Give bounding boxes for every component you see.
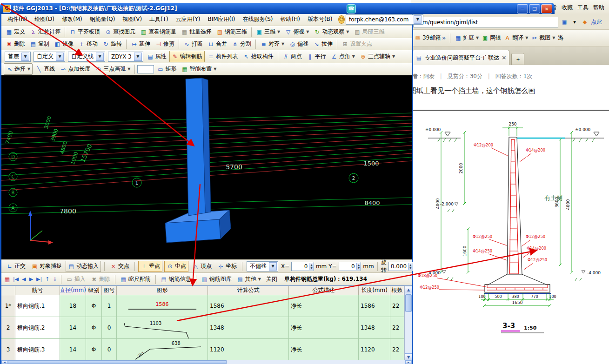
close-panel-button[interactable]: 关闭 [264, 274, 279, 285]
shape-cell[interactable]: 638 281 [117, 339, 208, 361]
length-cell[interactable]: 1586 [359, 295, 390, 317]
diameter-cell[interactable]: 14 [60, 317, 86, 339]
spinner-arrows-icon[interactable]: ▲▼ [309, 263, 314, 270]
element-type-selector[interactable]: 自定义线▼ [68, 52, 105, 62]
snap-vertex-toggle[interactable]: △顶点 [190, 261, 214, 271]
snap-coordinate-toggle[interactable]: ⊹坐标 [215, 261, 239, 271]
formula-desc-cell[interactable]: 净长 [289, 317, 359, 339]
partial-3d-button[interactable]: ▨局部三维 [352, 26, 386, 37]
scroll-up-icon[interactable]: ▲ [405, 286, 412, 293]
table-horizontal-scrollbar[interactable]: ◀ ▶ [1, 360, 412, 364]
scroll-right-icon[interactable]: ▶ [405, 360, 412, 364]
length-cell[interactable]: 1120 [359, 339, 390, 361]
point-length-button[interactable]: ⊸点加长度 [58, 64, 92, 74]
delete-button[interactable]: ✖删除 [4, 39, 27, 49]
bookmark-mail[interactable]: ✉ 39邮箱 » [414, 34, 446, 42]
scale-rebar-button[interactable]: ▦缩尺配筋 [118, 274, 153, 285]
first-row-button[interactable]: |◀ [12, 276, 20, 282]
move-button[interactable]: +移动 [76, 39, 100, 49]
formula-desc-cell[interactable]: 净长 [289, 339, 359, 361]
move-down-button[interactable]: ↓ [52, 276, 58, 282]
trim-button[interactable]: ⊣修剪 [153, 39, 176, 49]
menu-tools[interactable]: 工具(T) [146, 14, 172, 25]
figure-no-cell[interactable]: 0 [102, 317, 117, 339]
floor-selector[interactable]: 首层▼ [5, 52, 31, 62]
category-selector[interactable]: 自定义▼ [33, 52, 65, 62]
minimize-button[interactable]: ─ [517, 4, 528, 13]
insert-row-button[interactable]: ▭插入 [64, 274, 87, 285]
level-cell[interactable]: Φ [86, 295, 102, 317]
col-length[interactable]: 长度(mm) [359, 286, 390, 295]
capture-icon[interactable]: ▣ [560, 18, 569, 26]
scrollbar-track[interactable] [227, 360, 405, 364]
ortho-toggle[interactable]: ∟正交 [4, 261, 27, 271]
formula-desc-cell[interactable]: 净长 [289, 295, 359, 317]
align-slab-top-button[interactable]: ⊓平齐板顶 [67, 26, 102, 37]
menu-online-service[interactable]: 在线服务(S) [240, 14, 276, 25]
shape-cell[interactable]: 1586 [117, 295, 208, 317]
bookmark-bank[interactable]: ▣ 网银 [482, 34, 501, 42]
summary-calc-button[interactable]: Σ汇总计算 [28, 26, 62, 37]
new-tab-button[interactable]: ＋ [511, 53, 524, 65]
top-view-button[interactable]: ▽俯视▼ [283, 26, 311, 37]
bookmark-translate[interactable]: A 翻译 ▼ [504, 34, 528, 42]
rebar-name-cell[interactable]: 横向钢筋.3 [15, 339, 60, 361]
table-row[interactable]: 3 横向钢筋.3 14 Φ 0 638 281 1120 净长 1120 22 [1, 339, 412, 361]
col-figure-no[interactable]: 图号 [102, 286, 117, 295]
next-row-button[interactable]: ▶ [28, 276, 34, 282]
level-cell[interactable]: Φ [86, 339, 102, 361]
table-row[interactable]: 1* 横向钢筋.1 18 Φ 1 1586 1586 净长 1586 22 [1, 295, 412, 317]
spinner-arrows-icon[interactable]: ▲▼ [356, 263, 361, 270]
dynamic-input-toggle[interactable]: ▤动态输入 [66, 261, 101, 272]
define-button[interactable]: ▦定义 [4, 26, 27, 37]
row-number[interactable]: 2 [1, 317, 15, 339]
col-shape[interactable]: 图形 [117, 286, 208, 295]
other-button[interactable]: ▧其他▼ [235, 274, 263, 285]
close-button[interactable]: ✕ [541, 4, 552, 13]
bookmark-game[interactable]: 游 [558, 34, 564, 42]
formula-cell[interactable]: 1348 [208, 317, 289, 339]
figure-no-cell[interactable]: 1 [102, 295, 117, 317]
component-list-button[interactable]: ≡构件列表 [206, 51, 240, 62]
menu-component[interactable]: 构件(N) [4, 14, 30, 25]
align-button[interactable]: ≡对齐▼ [258, 39, 286, 49]
two-point-button[interactable]: #两点 [281, 51, 304, 62]
messenger-icon[interactable]: ☎ [347, 4, 356, 13]
rebar-library-button[interactable]: ▥钢筋图库 [199, 274, 234, 285]
scrollbar-thumb[interactable] [8, 360, 227, 364]
addon-icon[interactable]: ◆ [581, 18, 589, 26]
scroll-down-icon[interactable]: ▼ [405, 353, 412, 361]
orbit-button[interactable]: ↻动态观察▼ [312, 26, 351, 37]
col-diameter[interactable]: 直径(mm) [60, 286, 86, 295]
menu-draw[interactable]: 绘图(D) [31, 14, 58, 25]
menu-help[interactable]: 帮助(H) [277, 14, 303, 25]
restore-button[interactable]: ❐ [529, 4, 540, 13]
batch-select-button[interactable]: ▦批量选择 [179, 26, 214, 37]
three-point-arc-button[interactable]: ◠三点画弧▼ [93, 64, 132, 74]
three-point-axis-button[interactable]: ⊛三点辅轴▼ [358, 51, 397, 62]
tab-close-icon[interactable]: × [502, 54, 506, 61]
view-rebar-qty-button[interactable]: ▥查看钢筋量 [138, 26, 178, 37]
table-row[interactable]: 2 横向钢筋.2 14 Φ 0 1103 65 1348 净长 1348 22 [1, 317, 412, 339]
break-button[interactable]: ∿打断 [181, 39, 205, 49]
diameter-cell[interactable]: 14 [60, 339, 86, 361]
bookmark-extensions[interactable]: ▦ 扩展 ▼ [455, 34, 479, 42]
offset-button[interactable]: ◎偏移 [287, 39, 310, 49]
find-element-button[interactable]: ⊙查找图元 [103, 26, 137, 37]
browser-menu-favorites[interactable]: 收藏 [562, 4, 573, 12]
mirror-button[interactable]: ◧镜像 [52, 39, 75, 49]
copy-button[interactable]: ▤复制 [28, 39, 51, 49]
snap-intersection-toggle[interactable]: ×交点 [108, 261, 131, 271]
level-cell[interactable]: Φ [86, 317, 102, 339]
promo-link[interactable]: 点此 [591, 18, 602, 26]
rectangle-button[interactable]: ▭矩形 [155, 64, 178, 74]
browser-menu-tools[interactable]: 工具 [577, 4, 589, 12]
menu-bim[interactable]: BIM应用(I) [204, 14, 238, 25]
grip-settings-button[interactable]: ⊞设置夹点 [340, 39, 374, 49]
col-name[interactable]: 筋号 [15, 286, 60, 295]
delete-row-button[interactable]: ✖删除 [89, 274, 112, 285]
extend-button[interactable]: ↦延伸 [129, 39, 152, 49]
shape-cell[interactable]: 1103 65 [117, 317, 208, 339]
qty-cell[interactable]: 22 [390, 295, 404, 317]
edit-rebar-button[interactable]: ✎编辑钢筋 [169, 51, 205, 62]
